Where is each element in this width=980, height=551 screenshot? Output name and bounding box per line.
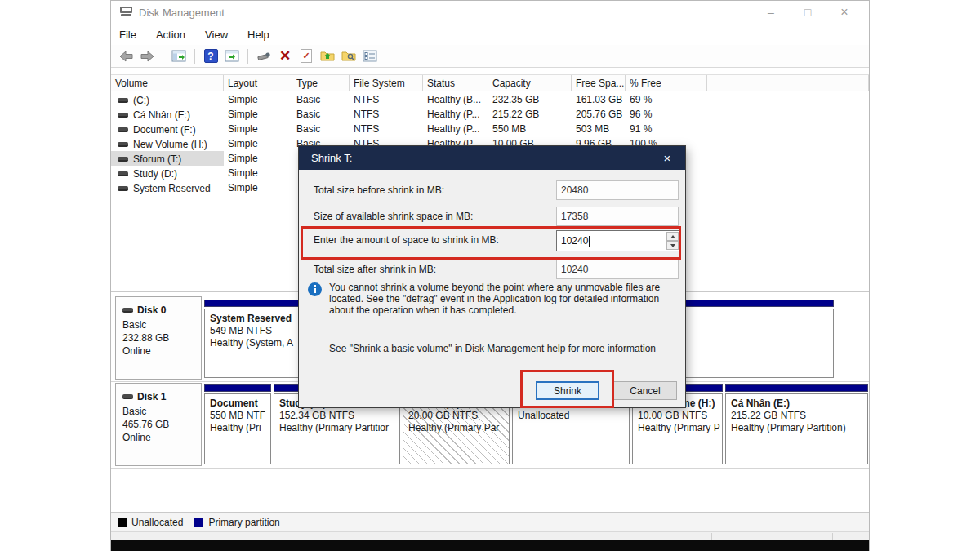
cell-pct-free: 69 %	[626, 92, 707, 107]
column-empty	[707, 75, 869, 91]
volume-icon	[118, 127, 128, 132]
cell-free: 205.76 GB	[572, 107, 626, 122]
volume-list-header: Volume Layout Type File System Status Ca…	[111, 74, 869, 91]
cell-free: 503 MB	[572, 122, 626, 136]
disk0-label[interactable]: Disk 0 Basic 232.88 GB Online	[115, 296, 202, 380]
bottom-black-bar	[111, 540, 869, 551]
cell-volume: Study (D:)	[133, 168, 177, 180]
toolbar-separator	[163, 49, 163, 64]
volume-icon	[118, 98, 128, 103]
volume-icon	[118, 171, 128, 176]
question-glyph: ?	[204, 49, 218, 63]
column-layout[interactable]: Layout	[224, 75, 292, 91]
table-row-c[interactable]: (C:) Simple Basic NTFS Healthy (B... 232…	[111, 92, 869, 107]
delete-volume-icon[interactable]: ✕	[277, 49, 293, 64]
cell-volume: Sforum (T:)	[133, 153, 181, 165]
field-total-after: 10240	[556, 260, 679, 279]
partition-ca-nhan[interactable]: Cá Nhân (E:) 215.22 GB NTFS Healthy (Pri…	[725, 384, 868, 466]
back-icon[interactable]	[118, 49, 134, 64]
folder-upload-icon[interactable]	[319, 49, 336, 64]
table-row-f[interactable]: Document (F:) Simple Basic NTFS Healthy …	[111, 122, 869, 136]
window-title: Disk Management	[139, 7, 225, 19]
dialog-title-bar: Shrink T: ×	[299, 146, 685, 170]
maximize-button[interactable]: □	[791, 1, 824, 24]
field-total-before: 20480	[556, 180, 679, 200]
close-button[interactable]: ×	[828, 1, 861, 24]
column-capacity[interactable]: Capacity	[488, 75, 572, 91]
table-row-e[interactable]: Cá Nhân (E:) Simple Basic NTFS Healthy (…	[111, 107, 869, 122]
volume-icon	[118, 186, 128, 191]
cell-layout: Simple	[224, 122, 292, 136]
cell-empty	[707, 180, 869, 195]
cell-type: Basic	[292, 92, 350, 107]
properties-icon[interactable]	[362, 49, 378, 64]
shrink-dialog: Shrink T: × Total size before shrink in …	[299, 146, 685, 407]
info-icon	[308, 282, 322, 296]
column-volume[interactable]: Volume	[111, 75, 224, 91]
partition-size: 10.00 GB NTFS	[638, 410, 722, 422]
menu-help[interactable]: Help	[247, 29, 270, 41]
column-status[interactable]: Status	[423, 75, 488, 91]
cell-pct-free: 96 %	[626, 107, 707, 122]
tree-view-icon[interactable]	[171, 49, 187, 64]
column-pct-free[interactable]: % Free	[626, 75, 707, 91]
cell-capacity: 232.35 GB	[488, 92, 572, 107]
field-available-space: 17358	[556, 207, 679, 226]
cell-layout: Simple	[224, 180, 292, 195]
disk-row-separator	[111, 468, 869, 469]
disk-icon	[122, 394, 133, 399]
cell-volume: Cá Nhân (E:)	[133, 109, 190, 121]
cell-empty	[707, 92, 869, 107]
cell-status: Healthy (P...	[423, 122, 488, 136]
cell-layout: Simple	[224, 92, 292, 107]
label-total-after: Total size after shrink in MB:	[314, 264, 436, 275]
help-icon[interactable]: ?	[203, 49, 219, 64]
cell-layout: Simple	[224, 136, 292, 151]
annotation-shrink-amount-highlight	[301, 226, 681, 260]
cell-empty	[707, 166, 869, 180]
primary-partition-swatch-icon	[194, 518, 203, 527]
partition-status: Healthy (Primary Partition)	[731, 422, 867, 434]
column-type[interactable]: Type	[292, 75, 350, 91]
volume-icon	[118, 142, 128, 147]
legend-unallocated: Unallocated	[118, 517, 183, 528]
cancel-button[interactable]: Cancel	[613, 381, 677, 400]
label-total-before: Total size before shrink in MB:	[314, 184, 444, 196]
toolbar-separator	[247, 49, 248, 64]
disk1-label[interactable]: Disk 1 Basic 465.76 GB Online	[115, 383, 202, 466]
folder-search-icon[interactable]	[341, 49, 357, 64]
cell-capacity: 550 MB	[488, 122, 572, 136]
partition-size: 152.34 GB NTFS	[279, 410, 399, 422]
screenshot-canvas: Disk Management – □ × File Action View H…	[0, 0, 980, 551]
menu-file[interactable]: File	[119, 29, 136, 41]
column-file-system[interactable]: File System	[350, 75, 423, 91]
cell-empty	[707, 122, 869, 136]
task-check-icon[interactable]: ✓	[298, 49, 314, 64]
annotation-shrink-button-highlight	[520, 370, 614, 408]
forward-icon[interactable]	[139, 49, 155, 64]
cell-free: 161.03 GB	[572, 92, 626, 107]
volume-icon	[118, 157, 128, 162]
dialog-close-icon[interactable]: ×	[649, 146, 685, 170]
tools-icon[interactable]	[256, 49, 272, 64]
partition-document[interactable]: Document 550 MB NTF Healthy (Pri	[204, 384, 271, 466]
column-free-space[interactable]: Free Spa...	[572, 75, 626, 91]
partition-status: Healthy (Primary Par	[408, 422, 509, 434]
dialog-title: Shrink T:	[311, 152, 352, 164]
menu-view[interactable]: View	[205, 29, 228, 41]
partition-size: 215.22 GB NTFS	[731, 410, 867, 422]
cell-capacity: 215.22 GB	[488, 107, 572, 122]
cell-pct-free: 91 %	[626, 122, 707, 136]
cell-layout: Simple	[224, 166, 292, 180]
app-icon	[119, 6, 133, 20]
minimize-button[interactable]: –	[755, 1, 787, 24]
partition-status: Unallocated	[518, 410, 629, 422]
details-view-icon[interactable]	[224, 49, 240, 64]
partition-size: 550 MB NTF	[210, 410, 270, 422]
cell-volume: System Reserved	[133, 183, 211, 194]
disk-management-window: Disk Management – □ × File Action View H…	[110, 0, 870, 551]
menu-action[interactable]: Action	[156, 29, 185, 41]
legend-primary: Primary partition	[194, 517, 279, 528]
cell-fs: NTFS	[350, 122, 423, 136]
partition-title: Cá Nhân (E:)	[731, 398, 867, 410]
